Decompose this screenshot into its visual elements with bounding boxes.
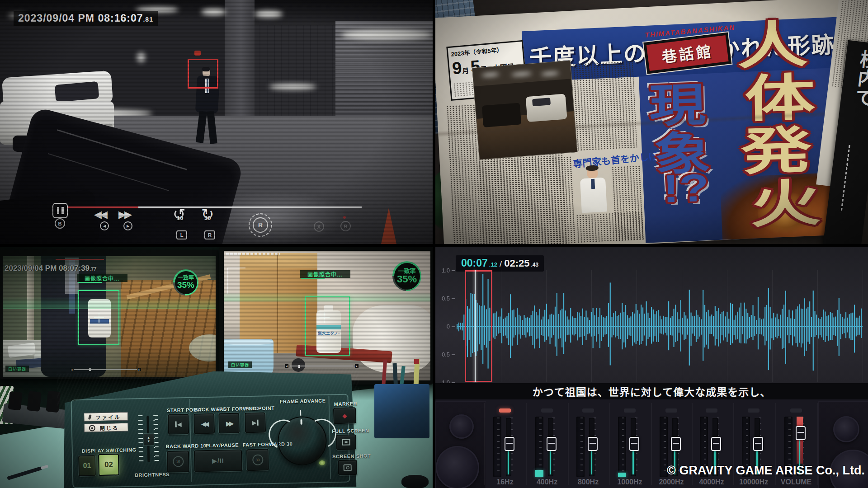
skip-10-icon: 10 <box>173 456 184 467</box>
eq-channel-800hz: 800Hz <box>567 399 609 488</box>
record-dial-button[interactable]: R <box>249 213 272 237</box>
fast-forward-30-button[interactable]: 30 <box>246 449 269 471</box>
y-axis: 1.00.50-0.5-1.0 <box>435 267 455 385</box>
r-dial-icon: R <box>253 217 268 233</box>
left-monitor-screen: 2023/09/04 PM 08:07:39.77 画像照合中… 一致率35% … <box>3 256 216 377</box>
eq-slider-10000hz[interactable] <box>753 437 763 451</box>
back-ward-button[interactable]: ◀◀ <box>193 413 215 434</box>
waveform-plot <box>457 270 863 382</box>
audio-analysis-view: 00:07 .12 / 02:25 .43 1.00.50-0.5-1.0 かつ… <box>435 247 868 488</box>
article-text <box>576 211 644 243</box>
wall-light <box>269 84 316 89</box>
subtitle-bar: かつて祖国は、世界に対して偉大な成果を示し、 <box>435 383 868 399</box>
eq-label: 10000Hz <box>733 478 774 486</box>
headline-gold-char: 火 <box>750 162 821 237</box>
shutter-light <box>342 30 432 40</box>
channel-indicator <box>790 408 802 413</box>
file-button[interactable]: ファイル <box>84 412 128 422</box>
brightness-label: BRIGHTNESS <box>135 472 170 478</box>
display-2-button[interactable]: 02 <box>98 454 119 476</box>
eq-slider-1000hz[interactable] <box>629 437 639 451</box>
analysis-desk-view: 2023/09/04 PM 08:07:39.77 画像照合中… 一致率35% … <box>0 247 433 488</box>
hint-b-badge: B <box>55 218 65 229</box>
eq-label: 2000Hz <box>651 478 692 486</box>
close-button[interactable]: 閉じる <box>84 423 128 432</box>
crosshair-icon <box>319 312 330 323</box>
camera-icon <box>344 464 352 471</box>
progress-bar[interactable] <box>68 206 362 208</box>
channel-indicator <box>582 408 594 413</box>
eq-label: 16Hz <box>484 478 526 486</box>
eq-label: VOLUME <box>775 478 817 486</box>
time-current: 00:07 <box>461 257 488 269</box>
skip-forward-30-button[interactable]: ↻ 30 <box>201 211 217 228</box>
article-text <box>479 156 576 244</box>
newspaper-view: 千度以上の火で焼かれた形跡 2023年（令和5年） 9月 5日 火曜日 <box>435 0 868 244</box>
tracking-box <box>188 59 218 89</box>
eq-slider-volume[interactable] <box>796 426 806 440</box>
subtitle-text: かつて祖国は、世界に対して偉大な成果を示し、 <box>533 384 771 399</box>
playhead[interactable] <box>475 270 476 382</box>
start-point-button[interactable]: ◀ <box>168 414 189 435</box>
play-pause-button[interactable]: ▶/II <box>194 449 242 472</box>
eq-label: 800Hz <box>567 478 609 486</box>
skip-30-icon: 30 <box>252 455 263 465</box>
target-box <box>305 296 350 356</box>
y-axis-label: 0.5 <box>435 295 450 302</box>
copyright-text: © GRAVITY GAME ARISE Co., Ltd. <box>667 464 865 478</box>
eq-label: 1000Hz <box>609 478 651 486</box>
display-1-button[interactable]: 01 <box>78 455 96 476</box>
full-screen-icon <box>342 439 350 445</box>
pillar <box>225 0 255 117</box>
selection-region[interactable] <box>465 270 492 382</box>
left-monitor: 2023/09/04 PM 08:07:39.77 画像照合中… 一致率35% … <box>0 250 218 379</box>
hint-r2-badge: R <box>340 221 351 231</box>
eq-slider-4000hz[interactable] <box>711 437 721 451</box>
eq-label: 400Hz <box>526 478 568 486</box>
time-total: 02:25 <box>504 258 529 269</box>
red-object <box>194 51 201 56</box>
eq-slider-16hz[interactable] <box>505 437 514 451</box>
channel-indicator <box>665 408 677 413</box>
garage-photo <box>472 60 577 160</box>
pen-holder <box>374 359 429 445</box>
screen-shot-button[interactable] <box>338 460 357 475</box>
channel-indicator <box>706 408 717 413</box>
brightness-handle[interactable]: ▲▼ <box>143 433 155 446</box>
pen-icon <box>88 414 92 420</box>
eq-slider-2000hz[interactable] <box>671 437 681 451</box>
hint-l-badge: L <box>176 230 187 239</box>
fast-forward-button[interactable]: ▶▶ <box>118 209 130 221</box>
hint-fwd-icon: ▶ <box>123 221 132 230</box>
eq-channel-1000hz: 1000Hz <box>609 399 651 488</box>
hint-x-badge: X <box>314 221 324 232</box>
back-ward-10-button[interactable]: 10 <box>167 450 189 473</box>
eq-slider-400hz[interactable] <box>547 437 557 451</box>
rewind-button[interactable]: ◀◀ <box>94 209 106 221</box>
eq-channel-16hz: 16Hz <box>484 399 526 488</box>
expert-figure <box>576 166 611 214</box>
mouse[interactable] <box>401 475 429 488</box>
channel-indicator <box>499 408 511 413</box>
distant-figure <box>137 52 145 62</box>
display-switching-label: DISPLAY SWITCHING <box>82 447 137 454</box>
object-tag: 白い容器 <box>228 361 252 368</box>
date-month: 9 <box>452 58 463 78</box>
marker-button[interactable]: ◆ <box>333 407 356 424</box>
y-axis-label: 1.0 <box>435 267 450 274</box>
game-screen: 2023/09/04 PM 08:16:07.81 B ◀◀ ◀ ▶▶ ▶ ↻ … <box>0 0 868 488</box>
eq-slider-800hz[interactable] <box>588 437 598 451</box>
pause-button[interactable] <box>52 203 68 218</box>
fast-forward-button[interactable]: ▶▶ <box>218 413 240 434</box>
matching-status-label: 画像照合中… <box>300 270 350 278</box>
hint-back-icon: ◀ <box>100 221 109 230</box>
skip-back-10-button[interactable]: ↻ 10 <box>173 211 189 228</box>
full-screen-button[interactable] <box>336 434 356 450</box>
headline-sub-char: !? <box>662 165 709 211</box>
brightness-slider[interactable]: ▲▼ <box>138 415 159 463</box>
side-paper-headline: 校内で <box>849 48 868 108</box>
playback-controls: B ◀◀ ◀ ▶▶ ▶ ↻ 10 L ↻ 30 R R X R <box>0 199 433 244</box>
eq-label: 4000Hz <box>691 478 732 486</box>
end-point-button[interactable]: ▶ <box>245 412 266 433</box>
photo-dark-car <box>482 103 522 127</box>
